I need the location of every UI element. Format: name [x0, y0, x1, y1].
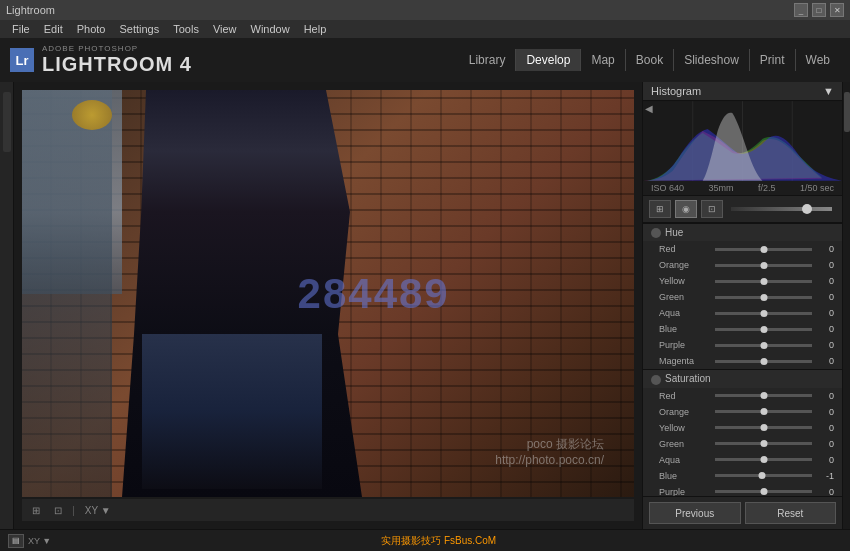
tab-book[interactable]: Book: [626, 49, 674, 71]
hue-toggle[interactable]: [651, 228, 661, 238]
hue-green-label: Green: [659, 292, 711, 302]
maximize-button[interactable]: □: [812, 3, 826, 17]
hue-red-track[interactable]: [715, 248, 812, 251]
menubar: File Edit Photo Settings Tools View Wind…: [0, 20, 850, 38]
sat-orange-row: Orange 0: [643, 404, 842, 420]
app-title: Lightroom: [6, 4, 55, 16]
scrollbar-thumb[interactable]: [844, 92, 850, 132]
grid-tool[interactable]: ⊞: [28, 504, 44, 517]
adobe-label: ADOBE PHOTOSHOP: [42, 44, 192, 53]
tab-library[interactable]: Library: [459, 49, 517, 71]
hue-yellow-row: Yellow 0: [643, 273, 842, 289]
tone-slider-track[interactable]: [731, 207, 832, 211]
hsl-adjust-tool[interactable]: ⊡: [701, 200, 723, 218]
saturation-section-title: Saturation: [643, 369, 842, 387]
right-scrollbar[interactable]: [842, 82, 850, 529]
focal-length: 35mm: [709, 183, 734, 193]
hue-red-label: Red: [659, 244, 711, 254]
hue-magenta-label: Magenta: [659, 356, 711, 366]
photo-area: 284489 poco 摄影论坛 http://photo.poco.cn/ ⊞…: [14, 82, 642, 529]
minimize-button[interactable]: _: [794, 3, 808, 17]
tools-row: ⊞ ◉ ⊡: [643, 196, 842, 223]
lr-badge: Lr: [10, 48, 34, 72]
tone-slider-thumb[interactable]: [802, 204, 812, 214]
panel-scroll-area[interactable]: Hue Red 0 Orange 0 Yellow: [643, 223, 842, 496]
hue-magenta-track[interactable]: [715, 360, 812, 363]
menu-view[interactable]: View: [207, 22, 243, 36]
sat-green-row: Green 0: [643, 436, 842, 452]
hue-blue-row: Blue 0: [643, 321, 842, 337]
nav-tabs: Library Develop Map Book Slideshow Print…: [459, 49, 840, 71]
sat-red-label: Red: [659, 391, 711, 401]
logo-text: ADOBE PHOTOSHOP LIGHTROOM 4: [42, 44, 192, 76]
menu-file[interactable]: File: [6, 22, 36, 36]
hue-orange-value: 0: [816, 260, 834, 270]
xy-display: XY ▼: [28, 536, 51, 546]
hue-aqua-track[interactable]: [715, 312, 812, 315]
sat-red-value: 0: [816, 391, 834, 401]
sat-purple-track[interactable]: [715, 490, 812, 493]
tab-map[interactable]: Map: [581, 49, 625, 71]
tab-develop[interactable]: Develop: [516, 49, 581, 71]
sat-green-value: 0: [816, 439, 834, 449]
sat-green-track[interactable]: [715, 442, 812, 445]
saturation-toggle[interactable]: [651, 375, 661, 385]
camera-info: ISO 640 35mm f/2.5 1/50 sec: [643, 181, 842, 196]
panel-collapse-icon[interactable]: ▼: [823, 85, 834, 97]
hue-blue-value: 0: [816, 324, 834, 334]
close-button[interactable]: ✕: [830, 3, 844, 17]
iso-value: ISO 640: [651, 183, 684, 193]
shutter-speed: 1/50 sec: [800, 183, 834, 193]
sat-yellow-value: 0: [816, 423, 834, 433]
hue-purple-value: 0: [816, 340, 834, 350]
hue-blue-label: Blue: [659, 324, 711, 334]
titlebar: Lightroom _ □ ✕: [0, 0, 850, 20]
hsl-grid-tool[interactable]: ⊞: [649, 200, 671, 218]
menu-settings[interactable]: Settings: [113, 22, 165, 36]
flowers: [72, 100, 112, 130]
app-name: LIGHTROOM 4: [42, 53, 192, 76]
hue-aqua-label: Aqua: [659, 308, 711, 318]
sat-purple-row: Purple 0: [643, 484, 842, 496]
sat-orange-track[interactable]: [715, 410, 812, 413]
sat-orange-value: 0: [816, 407, 834, 417]
left-panel: [0, 82, 14, 529]
filmstrip-btn[interactable]: ▤: [8, 534, 24, 548]
sat-blue-track[interactable]: [715, 474, 812, 477]
tip-text: 实用摄影技巧 FsBus.CoM: [381, 534, 496, 548]
sat-green-label: Green: [659, 439, 711, 449]
main-area: 284489 poco 摄影论坛 http://photo.poco.cn/ ⊞…: [0, 82, 850, 529]
hue-magenta-value: 0: [816, 356, 834, 366]
loupe-tool[interactable]: ⊡: [50, 504, 66, 517]
hue-orange-label: Orange: [659, 260, 711, 270]
menu-help[interactable]: Help: [298, 22, 333, 36]
tab-slideshow[interactable]: Slideshow: [674, 49, 750, 71]
menu-tools[interactable]: Tools: [167, 22, 205, 36]
hue-red-value: 0: [816, 244, 834, 254]
menu-window[interactable]: Window: [245, 22, 296, 36]
hsl-circle-tool[interactable]: ◉: [675, 200, 697, 218]
hue-yellow-label: Yellow: [659, 276, 711, 286]
aperture: f/2.5: [758, 183, 776, 193]
sat-aqua-track[interactable]: [715, 458, 812, 461]
hue-green-track[interactable]: [715, 296, 812, 299]
panel-bottom-buttons: Previous Reset: [643, 496, 842, 529]
tab-web[interactable]: Web: [796, 49, 840, 71]
sat-red-track[interactable]: [715, 394, 812, 397]
histogram-arrow-left[interactable]: ◀: [645, 103, 653, 114]
hue-orange-track[interactable]: [715, 264, 812, 267]
hue-purple-row: Purple 0: [643, 337, 842, 353]
sat-orange-label: Orange: [659, 407, 711, 417]
previous-button[interactable]: Previous: [649, 502, 741, 524]
sat-yellow-row: Yellow 0: [643, 420, 842, 436]
tab-print[interactable]: Print: [750, 49, 796, 71]
menu-photo[interactable]: Photo: [71, 22, 112, 36]
hue-blue-track[interactable]: [715, 328, 812, 331]
bottom-bar: ▤ XY ▼ 实用摄影技巧 FsBus.CoM: [0, 529, 850, 551]
sat-yellow-track[interactable]: [715, 426, 812, 429]
hue-purple-track[interactable]: [715, 344, 812, 347]
menu-edit[interactable]: Edit: [38, 22, 69, 36]
reset-button[interactable]: Reset: [745, 502, 837, 524]
hue-yellow-track[interactable]: [715, 280, 812, 283]
sat-purple-value: 0: [816, 487, 834, 496]
